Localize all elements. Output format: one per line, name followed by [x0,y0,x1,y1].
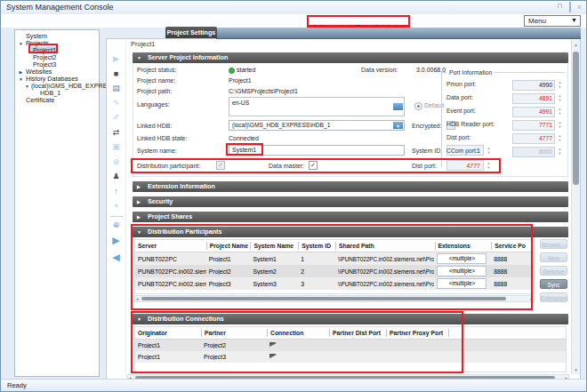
default-language-radio[interactable] [414,102,422,110]
upgrade-project-icon[interactable]: ↑ [109,185,125,200]
system-name-input[interactable]: System1 [229,145,405,156]
link-hdb-icon[interactable]: ⇄ [109,126,125,141]
table-row[interactable]: PUNBT022PC.in002.sieme Project2 System2 … [135,265,534,277]
data-master-checkbox[interactable]: ✓ [309,161,318,170]
scroll-down-icon[interactable]: ▾ [572,367,580,372]
pmon-port-input[interactable]: 4990 [512,80,555,91]
back-icon[interactable]: ◀ [109,250,125,267]
spinner-icon[interactable] [557,120,563,129]
distribution-participant-checkbox[interactable]: ✓ [216,161,225,170]
hdb-reader-port-input[interactable]: 7771 [512,120,555,131]
main-vertical-scrollbar[interactable]: ▴ ▾ [571,40,580,374]
tree-item-projects[interactable]: ▼Projects [15,40,99,47]
menu-dropdown-label: Menu [528,17,546,25]
expander-icon[interactable]: ▼ [18,76,24,83]
project-name-value: Project1 [229,77,252,84]
tree-item-certificate[interactable]: Certificate [15,97,99,104]
data-version-label: Data version: [361,67,398,73]
languages-listbox[interactable]: en-US [229,97,405,116]
menu-dropdown[interactable]: Menu ▼ [524,15,581,27]
extensions-cell[interactable]: <multiple> [437,266,486,276]
event-port-input[interactable]: 4991 [512,107,555,117]
expander-icon[interactable] [18,33,24,40]
system-management-console-window: System Management Console × Active proje… [0,0,587,392]
data-port-input[interactable]: 4891 [512,93,555,104]
scrollbar-thumb[interactable] [573,52,579,185]
tree-item-project2[interactable]: Project2 [15,54,99,61]
menu-bar [1,14,586,28]
extensions-button[interactable]: Extensions [540,292,567,302]
save-icon[interactable]: ▣ [109,140,125,156]
active-project-banner: Active project : Project1 / started [307,15,410,27]
table-row[interactable]: Project1 Project2 [135,340,566,351]
expander-icon[interactable] [25,54,31,61]
participants-horizontal-scrollbar[interactable]: ◂ ▸ [134,295,535,302]
window-title: System Management Console [6,3,114,12]
table-row[interactable]: PUNBT022PC.in002.sieme Project3 System3 … [135,277,534,290]
spinner-icon[interactable] [557,133,563,142]
linked-hdb-state-value: Connected [229,135,259,141]
linked-hdb-state-label: Linked HDB state: [137,135,187,141]
sync-button[interactable]: Sync [540,279,567,289]
tree-item-project1[interactable]: Project1 [15,47,99,54]
spinner-icon[interactable] [557,107,563,116]
port-information-title: Port Information [446,69,495,76]
extensions-cell[interactable]: <multiple> [437,278,486,289]
project-path-label: Project path: [137,88,172,94]
browse-button[interactable]: Browse... [540,239,567,249]
stop-project-icon[interactable]: ■ [109,68,125,83]
project-shares-header[interactable]: ▶Project Shares [133,212,568,222]
distribution-connections-header[interactable]: ▼Distribution Connections [133,314,568,324]
scrollbar-thumb[interactable] [141,297,506,300]
distribution-connections-table: Originator Partner Connection Partner Di… [134,326,567,372]
spinner-icon[interactable] [557,147,563,156]
table-row[interactable]: Project1 Project3 [135,351,566,363]
languages-value[interactable]: en-US [232,100,249,106]
expander-icon[interactable]: ▼ [18,40,24,47]
system-name-label: System name: [137,148,177,154]
dropdown-arrow-icon[interactable] [393,103,403,110]
scroll-left-icon[interactable]: ◂ [136,296,139,301]
connections-header-row: Originator Partner Connection Partner Di… [135,327,566,340]
server-project-information-header[interactable]: ▼Server Project Information [133,52,568,63]
expander-icon[interactable] [25,47,31,54]
extension-information-header[interactable]: ▶Extension Information [133,181,568,192]
edit-project-icon[interactable]: ✎ [109,97,125,112]
dropdown-arrow-icon[interactable] [393,122,403,129]
pin-icon[interactable]: ⌖ [109,199,125,214]
distribution-participant-label: Distribution participant: [137,163,200,169]
add-distribution-icon[interactable]: ⊕ [109,219,125,234]
collapse-arrow-icon: ▼ [137,227,144,237]
forward-icon[interactable]: ▶ [109,233,125,250]
distribution-participants-header[interactable]: ▼Distribution Participants [133,227,568,237]
cancel-icon[interactable]: ⊗ [109,156,125,171]
table-row[interactable]: PUNBT022PC Project1 System1 1 \\PUNBT022… [135,252,534,265]
expand-arrow-icon: ▶ [137,181,144,192]
spinner-icon[interactable] [557,80,563,89]
start-project-icon[interactable]: ▶ [109,52,125,68]
languages-label: Languages: [137,101,170,108]
tab-project-settings[interactable]: Project Settings [165,27,217,38]
ccom-port-input[interactable]: 8000 [512,147,555,157]
close-icon[interactable]: × [577,3,582,12]
restore-project-icon[interactable]: ▤ [109,82,125,97]
collapse-arrow-icon: ▼ [137,314,144,324]
chevron-down-icon: ▼ [571,17,577,23]
linked-hdb-combo[interactable]: (local)\GMS_HDB_EXPRESS\HDB_1 [229,120,405,131]
toolbar-divider [110,216,123,217]
dist-port-group-input[interactable]: 4777 [512,133,555,144]
scroll-right-icon[interactable]: ▸ [530,296,533,301]
security-header[interactable]: ▶Security [133,196,568,207]
modify-project-icon[interactable]: ✐ [109,111,125,126]
scroll-up-icon[interactable]: ▴ [572,42,580,47]
expander-icon[interactable]: ▶ [18,68,24,76]
spinner-icon[interactable] [557,93,563,102]
system-name-value: System1 [232,147,256,153]
extensions-cell[interactable]: <multiple> [437,253,486,264]
maximize-icon[interactable] [569,3,571,12]
new-button[interactable]: New [540,252,567,262]
user-account-icon[interactable]: ♟ [109,170,125,185]
expander-icon[interactable] [18,97,24,104]
status-started-dot [229,68,235,74]
remove-button[interactable]: Remove [540,266,567,276]
